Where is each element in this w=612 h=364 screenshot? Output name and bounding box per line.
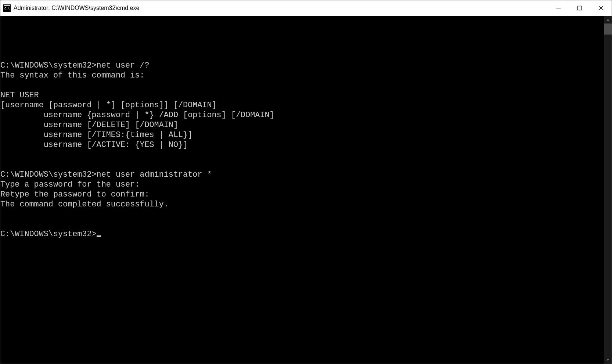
svg-marker-8 xyxy=(606,359,609,361)
terminal-wrapper: C:\WINDOWS\system32>net user /? The synt… xyxy=(0,16,612,364)
svg-marker-7 xyxy=(606,19,609,21)
window-controls xyxy=(548,0,612,16)
terminal[interactable]: C:\WINDOWS\system32>net user /? The synt… xyxy=(0,16,604,364)
close-button[interactable] xyxy=(590,0,612,16)
titlebar-left: C:\ Administrator: C:\WINDOWS\system32\c… xyxy=(3,4,139,12)
prompt: C:\WINDOWS\system32> xyxy=(0,230,97,239)
maximize-button[interactable] xyxy=(569,0,590,16)
terminal-output: C:\WINDOWS\system32>net user /? The synt… xyxy=(0,36,604,239)
minimize-button[interactable] xyxy=(548,0,569,16)
scroll-down-button[interactable] xyxy=(604,356,612,364)
cmd-icon: C:\ xyxy=(3,4,11,12)
titlebar[interactable]: C:\ Administrator: C:\WINDOWS\system32\c… xyxy=(0,0,612,16)
cursor xyxy=(97,235,101,237)
svg-text:C:\: C:\ xyxy=(4,7,10,11)
scroll-up-button[interactable] xyxy=(604,16,612,24)
scroll-thumb[interactable] xyxy=(604,24,612,35)
svg-rect-4 xyxy=(578,6,582,10)
window-title: Administrator: C:\WINDOWS\system32\cmd.e… xyxy=(14,5,139,11)
cmd-window: C:\ Administrator: C:\WINDOWS\system32\c… xyxy=(0,0,612,364)
scrollbar[interactable] xyxy=(604,16,612,364)
svg-rect-1 xyxy=(4,5,10,6)
